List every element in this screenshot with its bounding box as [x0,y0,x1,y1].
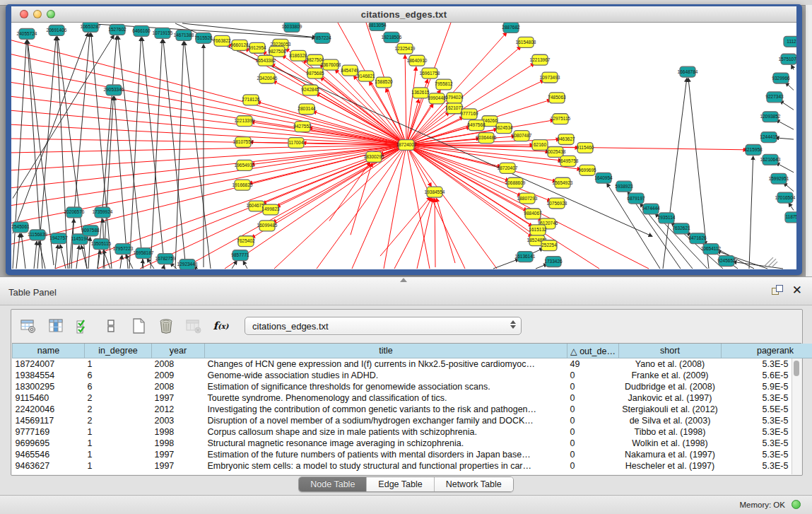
graph-node[interactable]: 18640910 [407,55,428,66]
graph-node[interactable]: 3624534 [495,123,513,134]
graph-edge[interactable] [163,265,164,269]
network-view-window[interactable]: citations_edges.txt 24055724206914061065… [6,4,802,275]
table-cell[interactable]: 1997 [152,460,205,472]
table-cell[interactable]: Wolkin et al. (1998) [619,438,722,449]
graph-node[interactable]: 9146821 [357,71,375,81]
column-header-out_de[interactable]: △ out_de… [567,344,619,358]
graph-node[interactable]: 12975115 [551,114,571,124]
graph-node[interactable]: 8454749 [341,65,359,76]
table-cell[interactable]: 9465546 [13,449,85,460]
table-cell[interactable]: 22420046 [13,404,85,415]
graph-node[interactable]: 1588520 [375,77,393,88]
graph-edge[interactable] [776,163,794,173]
graph-edge[interactable] [11,40,406,145]
graph-node[interactable]: 6497568 [467,120,486,131]
graph-node[interactable]: 18300295 [364,151,384,162]
graph-node[interactable]: 2718126 [242,95,260,105]
graph-node[interactable]: 16099485 [257,221,278,231]
graph-node[interactable]: 7663822 [213,35,231,46]
table-row[interactable]: 2242004622012Investigating the contribut… [13,404,812,415]
table-cell[interactable]: Corpus callosum shape and size in male p… [205,426,567,438]
graph-node[interactable]: 8813054 [368,23,387,30]
panel-drag-handle-icon[interactable] [400,278,407,282]
tab-edge-table[interactable]: Edge Table [367,477,434,491]
graph-node[interactable]: 29053346 [104,85,124,95]
graph-edge[interactable] [11,145,406,244]
graph-edge[interactable] [779,100,794,110]
table-cell[interactable]: 14569117 [13,415,85,426]
network-graph[interactable]: 2405572420691406106532871527602646616010… [11,23,796,269]
graph-node[interactable]: 9227343 [765,92,784,103]
table-cell[interactable]: 2008 [152,381,205,392]
table-cell[interactable]: Investigating the contribution of common… [205,404,567,415]
graph-edge[interactable] [60,245,66,269]
graph-edge[interactable] [493,259,519,269]
table-cell[interactable]: Tourette syndrome. Phenomenology and cla… [205,392,567,404]
graph-node[interactable]: 17957223 [113,244,134,255]
table-cell[interactable]: 49 [567,358,619,370]
selection-mode-icon[interactable] [73,317,93,336]
table-row[interactable]: 1872400712008Changes of HCN gene express… [13,358,812,370]
column-header-name[interactable]: name [13,344,85,358]
graph-node[interactable]: 20206576 [64,207,85,218]
graph-node[interactable]: 17359924 [93,207,113,218]
graph-node[interactable]: 15751074 [779,54,796,64]
graph-edge[interactable] [16,233,20,269]
table-row[interactable]: 946362711997Embryonic stem cells: a mode… [13,460,812,472]
table-cell[interactable]: 9115460 [13,392,85,404]
table-row[interactable]: 969969511998Structural magnetic resonanc… [13,438,812,449]
table-cell[interactable]: 1 [85,460,152,472]
graph-node[interactable]: 16495758 [558,156,579,166]
table-cell[interactable]: 1 [85,438,152,449]
graph-node[interactable]: 17016504 [775,192,796,203]
table-row[interactable]: 1938455462009Genome-wide association stu… [13,370,812,381]
graph-node[interactable]: 12325419 [395,43,416,54]
graph-node[interactable]: 18807293 [517,193,538,204]
graph-node[interactable]: 1362615 [411,88,430,98]
graph-node[interactable]: 11156839 [28,230,47,240]
table-cell[interactable]: 2012 [152,404,205,415]
graph-node[interactable]: 117004 [288,138,304,148]
graph-edge[interactable] [749,156,753,269]
graph-node[interactable]: 9463627 [557,134,575,145]
graph-node[interactable]: 9329966 [772,73,790,83]
close-panel-icon[interactable]: ✕ [792,285,802,296]
table-row[interactable]: 911546021997Tourette syndrome. Phenomeno… [13,392,812,404]
graph-edge[interactable] [406,145,649,269]
graph-node[interactable]: 1942757 [49,233,68,244]
graph-node[interactable]: 2887682 [502,23,520,33]
graph-node[interactable]: 16782759 [155,254,176,264]
graph-node[interactable]: 10973493 [540,72,560,83]
graph-node[interactable]: 8186328 [289,50,307,61]
table-cell[interactable]: 0 [567,404,619,415]
graph-node[interactable]: 252254 [541,240,557,251]
graph-node[interactable]: 18107554 [233,137,254,148]
table-cell[interactable]: 1997 [152,449,205,460]
graph-node[interactable]: 12093852 [760,112,781,122]
graph-node[interactable]: 118753 [785,212,796,223]
close-window-icon[interactable] [20,10,28,18]
table-cell[interactable]: 1998 [152,438,205,449]
graph-edge[interactable] [76,245,79,269]
scrollbar-thumb[interactable] [794,361,799,376]
table-cell[interactable]: Embryonic stem cells: a model to study s… [205,460,567,472]
graph-edge[interactable] [405,55,406,145]
graph-node[interactable]: 16154808 [516,37,536,47]
graph-node[interactable]: 1499823 [261,204,280,215]
graph-node[interactable]: 10756928 [547,198,567,209]
graph-node[interactable]: 5912954 [248,42,266,53]
graph-node[interactable]: 1615132 [529,225,547,235]
table-cell[interactable]: Yano et al. (2008) [619,358,722,370]
graph-node[interactable]: 9474444 [642,204,660,214]
graph-node[interactable]: 7485063 [548,93,566,103]
graph-node[interactable]: 5938923 [615,181,633,192]
graph-node[interactable]: 1244415 [760,132,778,143]
graph-node[interactable]: 9245652 [717,256,736,267]
graph-node[interactable]: 2545061 [11,222,30,233]
graph-node[interactable]: 19166825 [233,180,253,190]
table-cell[interactable]: Franke et al. (2009) [619,370,722,381]
graph-node[interactable]: 2803144 [298,104,316,115]
graph-node[interactable]: 10688609 [505,177,526,188]
graph-edge[interactable] [775,138,794,139]
select-columns-icon[interactable] [46,317,65,336]
